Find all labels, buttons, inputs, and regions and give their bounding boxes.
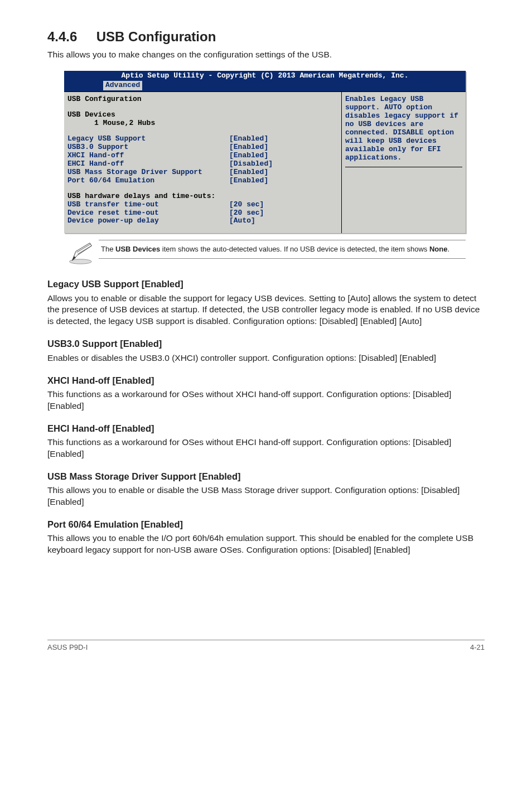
option-row: XHCI Hand-off[Enabled] <box>67 152 338 160</box>
option-label: Port 60/64 Emulation <box>67 177 229 185</box>
option-label: Device reset time-out <box>67 209 229 218</box>
option-label: EHCI Hand-off <box>67 160 229 168</box>
heading-title: USB Configuration <box>96 29 216 44</box>
subsection-body: This functions as a workaround for OSes … <box>47 437 485 460</box>
option-label: USB3.0 Support <box>67 143 229 152</box>
subsection-body: This allows you to enable the I/O port 6… <box>47 533 485 556</box>
subsection-title: EHCI Hand-off [Enabled] <box>47 422 485 434</box>
bios-body: USB Configuration USB Devices 1 Mouse,2 … <box>64 91 466 233</box>
option-value: [Enabled] <box>229 168 268 177</box>
bios-help-text: Enables Legacy USB support. AUTO option … <box>345 95 462 166</box>
subsection-title: USB Mass Storage Driver Support [Enabled… <box>47 470 485 482</box>
option-value: [Enabled] <box>229 135 268 143</box>
option-row: Device power-up delay[Auto] <box>67 217 338 225</box>
subsection-body: Enables or disables the USB3.0 (XHCI) co… <box>47 352 485 364</box>
hw-section-title: USB hardware delays and time-outs: <box>67 192 338 201</box>
option-row: USB Mass Storage Driver Support[Enabled] <box>67 168 338 177</box>
bios-header: Aptio Setup Utility - Copyright (C) 2013… <box>64 71 466 91</box>
option-row: Port 60/64 Emulation[Enabled] <box>67 177 338 185</box>
option-row: USB3.0 Support[Enabled] <box>67 143 338 152</box>
footer-product: ASUS P9D-I <box>47 642 88 653</box>
bios-title-bar: Aptio Setup Utility - Copyright (C) 2013… <box>64 71 466 81</box>
heading-number: 4.4.6 <box>47 28 77 46</box>
option-value: [Auto] <box>229 217 255 225</box>
subsection-title: Port 60/64 Emulation [Enabled] <box>47 518 485 530</box>
note-pencil-icon <box>64 240 99 268</box>
note-callout: The USB Devices item shows the auto-dete… <box>64 240 466 268</box>
bios-tab-row: Advanced <box>64 81 466 90</box>
bios-section-title: USB Configuration <box>67 95 338 104</box>
option-row: USB transfer time-out[20 sec] <box>67 201 338 209</box>
bios-help-pane: Enables Legacy USB support. AUTO option … <box>342 92 466 233</box>
page-footer: ASUS P9D-I 4-21 <box>47 640 485 653</box>
note-bold-1: USB Devices <box>115 245 160 253</box>
subsection-body: This allows you to enable or disable the… <box>47 485 485 508</box>
note-bold-2: None <box>429 245 448 253</box>
note-mid: item shows the auto-detected values. If … <box>160 245 429 253</box>
subsection-title: XHCI Hand-off [Enabled] <box>47 374 485 386</box>
intro-text: This allows you to make changes on the c… <box>47 49 485 61</box>
option-row: EHCI Hand-off[Disabled] <box>67 160 338 168</box>
option-label: USB Mass Storage Driver Support <box>67 168 229 177</box>
note-pre: The <box>101 245 115 253</box>
usb-devices-value: 1 Mouse,2 Hubs <box>67 119 338 128</box>
usb-devices-label: USB Devices <box>67 111 338 119</box>
option-label: Legacy USB Support <box>67 135 229 143</box>
subsection-body: Allows you to enable or disable the supp… <box>47 293 485 328</box>
option-label: Device power-up delay <box>67 217 229 225</box>
option-value: [Enabled] <box>229 143 268 152</box>
subsection-body: This functions as a workaround for OSes … <box>47 389 485 412</box>
subsection-title: Legacy USB Support [Enabled] <box>47 278 485 290</box>
bios-tab-advanced: Advanced <box>103 81 142 90</box>
note-post: . <box>447 245 449 253</box>
option-value: [Enabled] <box>229 152 268 160</box>
footer-page-number: 4-21 <box>470 642 485 653</box>
option-label: USB transfer time-out <box>67 201 229 209</box>
subsection-title: USB3.0 Support [Enabled] <box>47 337 485 350</box>
option-value: [Enabled] <box>229 177 268 185</box>
note-text: The USB Devices item shows the auto-dete… <box>99 240 466 259</box>
bios-screenshot: Aptio Setup Utility - Copyright (C) 2013… <box>64 71 466 233</box>
option-row: Device reset time-out[20 sec] <box>67 209 338 218</box>
option-label: XHCI Hand-off <box>67 152 229 160</box>
option-value: [Disabled] <box>229 160 273 168</box>
bios-left-pane: USB Configuration USB Devices 1 Mouse,2 … <box>64 92 342 233</box>
section-heading: 4.4.6 USB Configuration <box>47 28 485 46</box>
option-value: [20 sec] <box>229 209 264 218</box>
option-value: [20 sec] <box>229 201 264 209</box>
option-row: Legacy USB Support[Enabled] <box>67 135 338 143</box>
